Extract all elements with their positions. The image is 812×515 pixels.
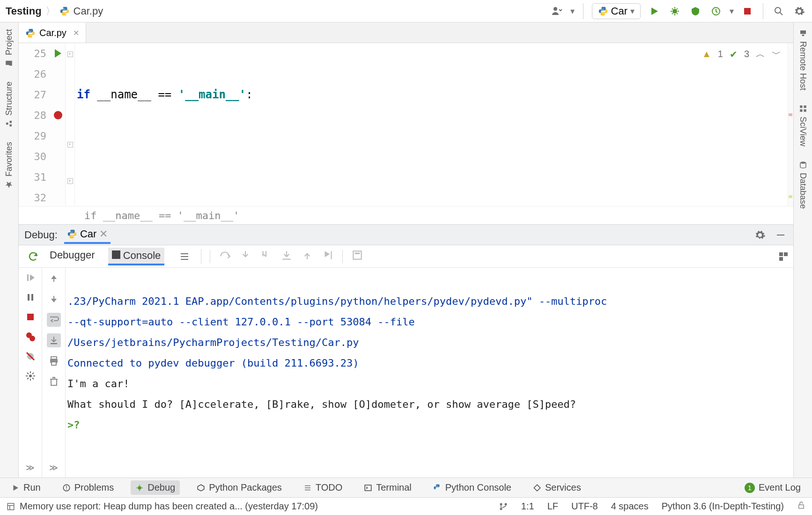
- lock-icon[interactable]: [797, 501, 805, 512]
- gutter-line-32[interactable]: 32: [19, 187, 65, 206]
- rerun-button-icon[interactable]: [26, 250, 40, 264]
- python-packages-tool-button[interactable]: Python Packages: [192, 480, 287, 495]
- step-into-icon[interactable]: [239, 249, 251, 264]
- run-to-cursor-icon[interactable]: [322, 249, 334, 264]
- coverage-button-icon[interactable]: [688, 4, 702, 18]
- hide-icon[interactable]: [774, 228, 788, 242]
- code-editor[interactable]: 25 26 27 28 29 30 31 32 33: [19, 43, 793, 206]
- gutter-line-30[interactable]: 30: [19, 146, 65, 167]
- console-output[interactable]: .23/PyCharm 2021.1 EAP.app/Contents/plug…: [66, 268, 793, 478]
- force-step-into-icon[interactable]: [281, 249, 293, 264]
- evaluate-expression-icon[interactable]: [351, 249, 363, 264]
- line-num: 32: [34, 192, 47, 204]
- view-breakpoints-icon[interactable]: [24, 331, 37, 343]
- close-icon[interactable]: ✕: [73, 29, 79, 37]
- stop-icon[interactable]: [24, 311, 37, 323]
- tool-windows-icon[interactable]: [7, 502, 15, 511]
- gutter-line-31[interactable]: 31: [19, 167, 65, 187]
- run-configuration-selector[interactable]: Car ▾: [592, 3, 641, 19]
- interpreter[interactable]: Python 3.6 (In-Depth-Testing): [662, 501, 784, 512]
- line-number-gutter[interactable]: 25 26 27 28 29 30 31 32 33: [19, 43, 66, 206]
- git-branch-icon[interactable]: [499, 502, 508, 511]
- python-console-tool-button[interactable]: Python Console: [428, 480, 516, 495]
- sciview-tool-button[interactable]: SciView: [798, 104, 808, 147]
- database-tool-button[interactable]: Database: [798, 161, 808, 209]
- gutter-line-28-breakpoint[interactable]: 28: [19, 105, 65, 125]
- scroll-down-icon[interactable]: [47, 292, 61, 306]
- line-separator[interactable]: LF: [547, 501, 558, 512]
- scroll-up-icon[interactable]: [47, 272, 61, 286]
- fold-gutter[interactable]: [66, 43, 75, 206]
- threads-icon[interactable]: [177, 250, 192, 264]
- step-into-my-code-icon[interactable]: [260, 249, 272, 264]
- breadcrumb[interactable]: Testing 〉 Car.py: [6, 4, 103, 18]
- services-tool-button[interactable]: Services: [528, 480, 586, 495]
- todo-tool-button[interactable]: TODO: [299, 480, 347, 495]
- resume-icon[interactable]: [24, 272, 37, 284]
- console-tab[interactable]: Console: [108, 248, 165, 265]
- breadcrumb-root[interactable]: Testing: [6, 5, 42, 17]
- print-icon[interactable]: [47, 354, 61, 368]
- event-log-tool-button[interactable]: 1Event Log: [740, 480, 805, 495]
- console-line: What should I do? [A]ccelerate, [B]rake,…: [67, 398, 576, 410]
- gutter-line-27[interactable]: 27: [19, 84, 65, 105]
- terminal-tool-button[interactable]: Terminal: [359, 480, 416, 495]
- indent-setting[interactable]: 4 spaces: [611, 501, 649, 512]
- user-dropdown-icon[interactable]: [550, 4, 564, 18]
- clear-icon[interactable]: [47, 375, 61, 389]
- editor-tab-name: Car.py: [39, 28, 66, 38]
- editor-tab[interactable]: Car.py ✕: [19, 22, 86, 43]
- pause-icon[interactable]: [24, 291, 37, 303]
- soft-wrap-icon[interactable]: [47, 313, 61, 327]
- chevron-down-icon[interactable]: ﹀: [772, 48, 781, 60]
- project-tool-window-button[interactable]: Project: [4, 29, 14, 67]
- inspection-widget[interactable]: ▲ 1 ✔ 3 ︿ ﹀: [702, 48, 781, 60]
- more-actions-icon[interactable]: ≫: [49, 463, 58, 473]
- chevron-up-icon[interactable]: ︿: [756, 48, 765, 60]
- profile-button-icon[interactable]: [709, 4, 723, 18]
- gear-icon[interactable]: [792, 4, 806, 18]
- breadcrumb-file[interactable]: Car.py: [74, 5, 103, 17]
- error-stripe[interactable]: [788, 43, 793, 206]
- svg-rect-48: [305, 489, 310, 490]
- favorites-tool-window-button[interactable]: Favorites: [4, 142, 14, 189]
- fold-toggle[interactable]: [66, 170, 74, 188]
- problems-tool-button[interactable]: Problems: [58, 480, 118, 495]
- structure-tool-window-button[interactable]: Structure: [4, 81, 14, 128]
- stop-button-icon[interactable]: [740, 4, 754, 18]
- gutter-line-26[interactable]: 26: [19, 64, 65, 84]
- close-icon[interactable]: ✕: [99, 228, 108, 240]
- python-icon: [598, 6, 608, 16]
- debug-tool-button[interactable]: Debug: [131, 480, 180, 495]
- scroll-to-end-icon[interactable]: [47, 333, 61, 347]
- run-button-icon[interactable]: [647, 4, 661, 18]
- run-tool-button[interactable]: Run: [7, 480, 45, 495]
- search-icon[interactable]: [772, 4, 786, 18]
- svg-rect-14: [283, 259, 291, 260]
- settings-icon[interactable]: [24, 370, 37, 382]
- fold-toggle[interactable]: [66, 43, 74, 61]
- debugger-tab[interactable]: Debugger: [50, 249, 95, 264]
- gear-icon[interactable]: [753, 228, 767, 242]
- line-num: 25: [34, 48, 47, 59]
- remote-host-tool-button[interactable]: Remote Host: [798, 29, 808, 90]
- mute-breakpoints-icon[interactable]: [24, 350, 37, 362]
- more-actions-icon[interactable]: ≫: [26, 463, 35, 473]
- console-line: /Users/jetbrains/PycharmProjects/Testing…: [67, 337, 359, 348]
- debug-session-tab[interactable]: Car ✕: [64, 226, 111, 244]
- context-breadcrumb[interactable]: if __name__ == '__main__': [19, 206, 793, 225]
- file-encoding[interactable]: UTF-8: [571, 501, 598, 512]
- debug-button-icon[interactable]: [668, 4, 682, 18]
- console-prompt[interactable]: >?: [67, 419, 80, 431]
- step-out-icon[interactable]: [301, 249, 313, 264]
- step-over-icon[interactable]: [219, 249, 231, 264]
- status-message[interactable]: Memory use report: Heap dump has been cr…: [20, 501, 318, 512]
- caret-position[interactable]: 1:1: [521, 501, 534, 512]
- error-stripe-mark[interactable]: [789, 195, 792, 198]
- gutter-line-25[interactable]: 25: [19, 43, 65, 64]
- gutter-line-29[interactable]: 29: [19, 125, 65, 146]
- layout-settings-icon[interactable]: [776, 250, 790, 264]
- error-stripe-mark[interactable]: [789, 113, 792, 116]
- code-text-area[interactable]: if __name__ == '__main__': my_car = Car(…: [75, 43, 788, 206]
- fold-toggle[interactable]: [66, 133, 74, 152]
